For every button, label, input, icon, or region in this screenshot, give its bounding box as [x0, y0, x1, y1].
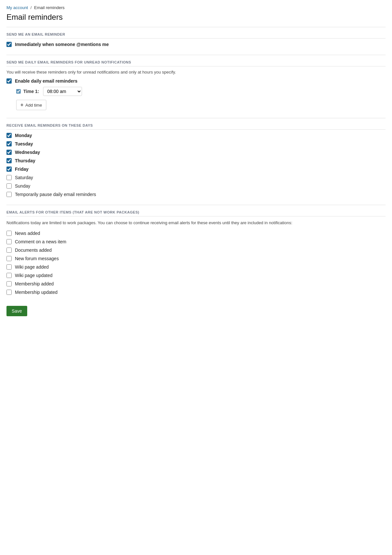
day-sunday-checkbox[interactable]	[6, 183, 12, 189]
save-button[interactable]: Save	[6, 306, 27, 316]
enable-daily-checkbox[interactable]	[6, 78, 12, 84]
alert-comment-news-row: Comment on a news item	[6, 239, 386, 244]
alert-wiki-updated-row: Wiki page updated	[6, 273, 386, 278]
day-friday-checkbox[interactable]	[6, 167, 12, 172]
day-friday-row: Friday	[6, 167, 386, 172]
section3-divider	[6, 205, 386, 205]
alert-membership-updated-label[interactable]: Membership updated	[15, 290, 58, 295]
day-monday-label[interactable]: Monday	[15, 133, 32, 138]
day-wednesday-label[interactable]: Wednesday	[15, 150, 40, 155]
day-tuesday-row: Tuesday	[6, 141, 386, 146]
alerts-description: Notifications today are limited to work …	[6, 220, 386, 226]
day-sunday-label[interactable]: Sunday	[15, 183, 30, 189]
immediately-label[interactable]: Immediately when someone @mentions me	[15, 42, 109, 47]
day-thursday-row: Thursday	[6, 158, 386, 163]
section-days-heading: RECEIVE EMAIL REMINDERS ON THESE DAYS	[6, 123, 386, 130]
section2-divider	[6, 118, 386, 118]
section-alerts-heading: EMAIL ALERTS FOR OTHER ITEMS (THAT ARE N…	[6, 210, 386, 216]
alert-wiki-updated-label[interactable]: Wiki page updated	[15, 273, 52, 278]
section-send-reminder-heading: SEND ME AN EMAIL REMINDER	[6, 32, 386, 39]
add-time-label: Add time	[25, 103, 42, 108]
day-saturday-row: Saturday	[6, 175, 386, 180]
enable-daily-label[interactable]: Enable daily email reminders	[15, 78, 77, 84]
day-saturday-checkbox[interactable]	[6, 175, 12, 180]
section-send-reminder: SEND ME AN EMAIL REMINDER Immediately wh…	[6, 32, 386, 47]
breadcrumb-parent-link[interactable]: My account	[6, 5, 28, 10]
alert-docs-label[interactable]: Documents added	[15, 248, 52, 253]
day-monday-checkbox[interactable]	[6, 133, 12, 138]
plus-icon: +	[20, 102, 23, 108]
breadcrumb-current: Email reminders	[34, 5, 64, 10]
alert-membership-added-row: Membership added	[6, 281, 386, 286]
immediately-row: Immediately when someone @mentions me	[6, 42, 386, 47]
section-days: RECEIVE EMAIL REMINDERS ON THESE DAYS Mo…	[6, 123, 386, 197]
alert-membership-updated-row: Membership updated	[6, 290, 386, 295]
alert-membership-added-label[interactable]: Membership added	[15, 281, 54, 286]
day-wednesday-checkbox[interactable]	[6, 150, 12, 155]
day-thursday-checkbox[interactable]	[6, 158, 12, 163]
alert-wiki-added-checkbox[interactable]	[6, 264, 12, 270]
day-saturday-label[interactable]: Saturday	[15, 175, 33, 180]
alert-news-checkbox[interactable]	[6, 231, 12, 236]
alert-forum-row: New forum messages	[6, 256, 386, 261]
add-time-button[interactable]: + Add time	[16, 100, 46, 110]
breadcrumb: My account / Email reminders	[6, 5, 386, 10]
time1-select[interactable]: 08:00 am 06:00 am 07:00 am 09:00 am 10:0…	[43, 87, 82, 96]
section-daily-heading: SEND ME DAILY EMAIL REMINDERS FOR UNREAD…	[6, 60, 386, 66]
alert-comment-news-checkbox[interactable]	[6, 239, 12, 244]
alert-news-added-row: News added	[6, 231, 386, 236]
day-tuesday-label[interactable]: Tuesday	[15, 141, 33, 146]
time1-row: Time 1: 08:00 am 06:00 am 07:00 am 09:00…	[16, 87, 386, 96]
daily-description: You will receive these reminders only fo…	[6, 70, 386, 75]
day-tuesday-checkbox[interactable]	[6, 141, 12, 146]
section-email-alerts: EMAIL ALERTS FOR OTHER ITEMS (THAT ARE N…	[6, 210, 386, 295]
alert-forum-label[interactable]: New forum messages	[15, 256, 59, 261]
pause-reminders-row: Temporarily pause daily email reminders	[6, 192, 386, 197]
alert-news-label[interactable]: News added	[15, 231, 40, 236]
title-divider	[6, 27, 386, 27]
alert-docs-added-row: Documents added	[6, 248, 386, 253]
day-friday-label[interactable]: Friday	[15, 167, 29, 172]
alert-membership-added-checkbox[interactable]	[6, 281, 12, 286]
day-thursday-label[interactable]: Thursday	[15, 158, 35, 163]
alert-docs-checkbox[interactable]	[6, 248, 12, 253]
day-sunday-row: Sunday	[6, 183, 386, 189]
day-wednesday-row: Wednesday	[6, 150, 386, 155]
section1-divider	[6, 55, 386, 55]
time1-checkbox[interactable]	[16, 89, 21, 94]
alert-membership-updated-checkbox[interactable]	[6, 290, 12, 295]
day-monday-row: Monday	[6, 133, 386, 138]
page-title: Email reminders	[6, 13, 386, 22]
time1-label: Time 1:	[23, 89, 39, 94]
alert-wiki-added-row: Wiki page added	[6, 264, 386, 270]
alert-forum-checkbox[interactable]	[6, 256, 12, 261]
pause-reminders-checkbox[interactable]	[6, 192, 12, 197]
immediately-checkbox[interactable]	[6, 42, 12, 47]
breadcrumb-separator: /	[30, 5, 32, 10]
alert-comment-news-label[interactable]: Comment on a news item	[15, 239, 66, 244]
alert-wiki-added-label[interactable]: Wiki page added	[15, 264, 49, 270]
section-daily-reminders: SEND ME DAILY EMAIL REMINDERS FOR UNREAD…	[6, 60, 386, 110]
enable-daily-row: Enable daily email reminders	[6, 78, 386, 84]
alert-wiki-updated-checkbox[interactable]	[6, 273, 12, 278]
pause-reminders-label[interactable]: Temporarily pause daily email reminders	[15, 192, 96, 197]
